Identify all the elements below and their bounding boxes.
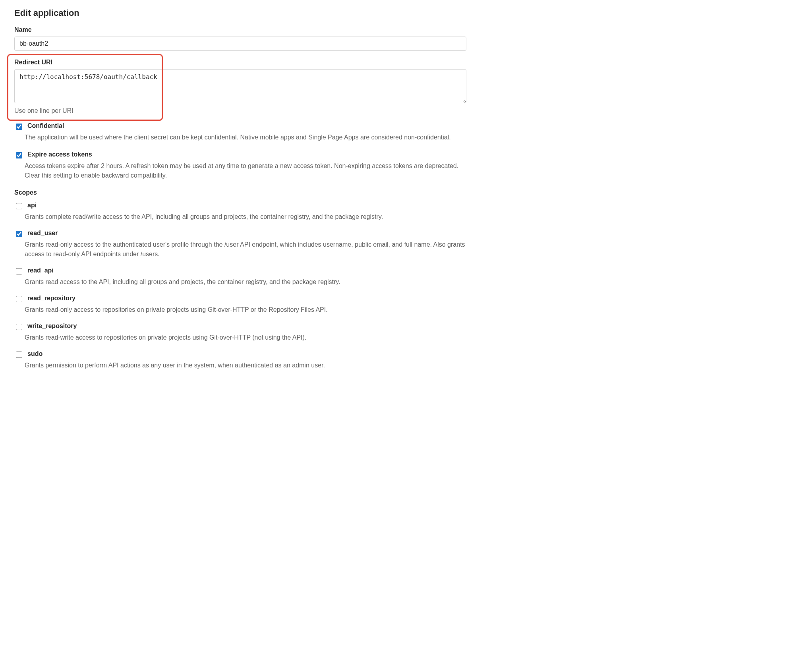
scope-item-write_repository: write_repositoryGrants read-write access… bbox=[14, 323, 466, 342]
scope-checkbox-api[interactable] bbox=[16, 203, 22, 209]
name-label: Name bbox=[14, 26, 466, 33]
confidential-label: Confidential bbox=[27, 122, 64, 129]
scope-desc-read_api: Grants read access to the API, including… bbox=[25, 277, 466, 287]
scope-item-sudo: sudoGrants permission to perform API act… bbox=[14, 350, 466, 370]
scope-label-api: api bbox=[27, 202, 37, 209]
confidential-option: Confidential The application will be use… bbox=[14, 122, 466, 142]
redirect-uri-help: Use one line per URI bbox=[14, 107, 466, 114]
scope-desc-sudo: Grants permission to perform API actions… bbox=[25, 361, 466, 370]
scope-checkbox-read_repository[interactable] bbox=[16, 296, 22, 302]
scope-label-write_repository: write_repository bbox=[27, 323, 77, 330]
edit-application-form: Edit application Name Redirect URI Use o… bbox=[0, 0, 481, 394]
scope-item-read_user: read_userGrants read-only access to the … bbox=[14, 230, 466, 259]
scope-checkbox-sudo[interactable] bbox=[16, 352, 22, 358]
scope-row: sudo bbox=[14, 350, 466, 359]
scope-label-read_repository: read_repository bbox=[27, 295, 75, 302]
redirect-uri-group: Redirect URI Use one line per URI bbox=[14, 59, 466, 114]
scopes-list: apiGrants complete read/write access to … bbox=[14, 202, 466, 370]
scopes-heading: Scopes bbox=[14, 189, 466, 196]
redirect-uri-input[interactable] bbox=[14, 69, 466, 103]
scope-desc-api: Grants complete read/write access to the… bbox=[25, 212, 466, 222]
scope-item-api: apiGrants complete read/write access to … bbox=[14, 202, 466, 222]
name-input[interactable] bbox=[14, 37, 466, 51]
scope-checkbox-read_user[interactable] bbox=[16, 231, 22, 237]
scope-checkbox-write_repository[interactable] bbox=[16, 324, 22, 330]
scope-row: read_user bbox=[14, 230, 466, 238]
scope-desc-read_repository: Grants read-only access to repositories … bbox=[25, 305, 466, 315]
scope-item-read_api: read_apiGrants read access to the API, i… bbox=[14, 267, 466, 287]
scope-row: read_repository bbox=[14, 295, 466, 303]
scope-checkbox-read_api[interactable] bbox=[16, 268, 22, 274]
scope-desc-read_user: Grants read-only access to the authentic… bbox=[25, 240, 466, 259]
scope-row: api bbox=[14, 202, 466, 211]
scope-label-read_api: read_api bbox=[27, 267, 54, 274]
scope-label-read_user: read_user bbox=[27, 230, 58, 237]
confidential-desc: The application will be used where the c… bbox=[25, 133, 466, 142]
expire-tokens-checkbox[interactable] bbox=[16, 152, 22, 158]
confidential-checkbox[interactable] bbox=[16, 124, 22, 130]
name-group: Name bbox=[14, 26, 466, 51]
expire-tokens-option: Expire access tokens Access tokens expir… bbox=[14, 151, 466, 180]
scope-row: read_api bbox=[14, 267, 466, 276]
scope-item-read_repository: read_repositoryGrants read-only access t… bbox=[14, 295, 466, 315]
scope-row: write_repository bbox=[14, 323, 466, 331]
expire-tokens-desc: Access tokens expire after 2 hours. A re… bbox=[25, 161, 466, 180]
page-title: Edit application bbox=[14, 8, 466, 18]
scope-desc-write_repository: Grants read-write access to repositories… bbox=[25, 333, 466, 342]
redirect-uri-label: Redirect URI bbox=[14, 59, 466, 66]
expire-tokens-label: Expire access tokens bbox=[27, 151, 92, 158]
scope-label-sudo: sudo bbox=[27, 350, 43, 357]
